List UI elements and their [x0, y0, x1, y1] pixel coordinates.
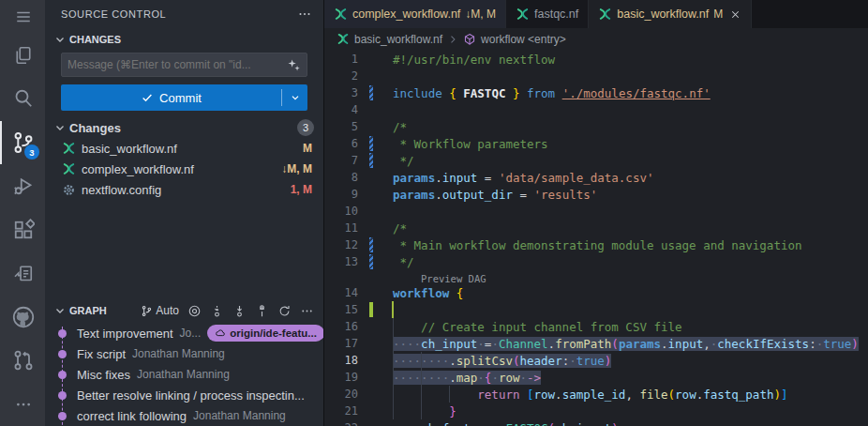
code-line-5[interactable]: 5/*	[324, 118, 868, 135]
code-line-16[interactable]: 16 // Create input channel from CSV file	[324, 318, 868, 335]
fetch-icon[interactable]	[210, 304, 224, 318]
nextflow-icon	[62, 142, 76, 156]
vscode-window: 3 SOURCE CONTROL	[0, 0, 868, 426]
commit-message: Better resolve linking / process inspect…	[77, 388, 305, 403]
breadcrumb-symbol[interactable]: workflow <entry>	[481, 33, 566, 46]
code-line-22[interactable]: 22 ch_fastqc = FASTQC(ch_input)	[324, 419, 868, 426]
commit-message: Fix script	[77, 347, 126, 361]
commit-row[interactable]: Better resolve linking / process inspect…	[45, 385, 323, 405]
code-line-13[interactable]: 13 */	[324, 253, 868, 270]
gutter	[367, 318, 375, 335]
line-content: * Main workflow demonstrating module usa…	[393, 238, 802, 252]
line-number: 8	[324, 171, 358, 184]
more-actions-icon[interactable]	[0, 382, 45, 425]
code-line-12[interactable]: 12 * Main workflow demonstrating module …	[324, 236, 868, 253]
sidebar-more-actions-icon[interactable]	[297, 7, 312, 22]
tab-basic_workflow.nf[interactable]: basic_workflow.nfM	[589, 0, 752, 28]
commit-message-input[interactable]	[67, 58, 287, 71]
sidebar-header: SOURCE CONTROL	[45, 0, 323, 28]
code-editor[interactable]: 1#!/usr/bin/env nextflow23include { FAST…	[324, 51, 868, 426]
branch-badge: origin/ide-featu...	[207, 325, 323, 342]
code-line-20[interactable]: 20 return [row.sample_id, file(row.fastq…	[324, 386, 868, 403]
changes-section-label: CHANGES	[69, 34, 121, 45]
code-line-8[interactable]: 8params.input = 'data/sample_data.csv'	[324, 169, 868, 186]
activity-bar: 3	[0, 0, 45, 426]
code-line-14[interactable]: 14workflow {	[324, 284, 868, 301]
code-line-7[interactable]: 7 */	[324, 152, 868, 169]
code-line-15[interactable]: 15	[324, 301, 868, 318]
code-line-19[interactable]: 19········.map·{·row·->	[324, 369, 868, 386]
commit-dropdown-icon[interactable]	[282, 84, 307, 111]
graph-toolbar: Auto	[141, 304, 314, 318]
selection: ····ch_input·=·Channel.fromPath(params.i…	[393, 337, 859, 351]
selection: ········.map·{·row·->	[393, 371, 541, 385]
explorer-icon[interactable]	[0, 34, 45, 77]
gutter-mod-mark	[367, 236, 375, 253]
changes-count-badge: 3	[297, 119, 314, 136]
code-line-6[interactable]: 6 * Workflow parameters	[324, 135, 868, 152]
gutter	[367, 284, 375, 301]
line-number: 11	[324, 221, 358, 235]
code-line-1[interactable]: 1#!/usr/bin/env nextflow	[324, 51, 868, 68]
code-line-10[interactable]: 10	[324, 203, 868, 220]
code-line-4[interactable]: 4	[324, 101, 868, 118]
graph-more-actions-icon[interactable]	[300, 304, 314, 318]
file-row-basic_workflow.nf[interactable]: basic_workflow.nfM	[45, 138, 323, 159]
line-number: 22	[324, 421, 358, 426]
refresh-icon[interactable]	[277, 304, 292, 318]
line-content: params.output_dir = 'results'	[393, 188, 597, 202]
code-line-3[interactable]: 3include { FASTQC } from './modules/fast…	[324, 84, 868, 101]
line-number: 4	[324, 103, 358, 116]
menu-icon[interactable]	[0, 0, 45, 34]
preview-icon[interactable]	[0, 251, 45, 295]
changes-tree-header[interactable]: Changes 3	[45, 117, 323, 138]
pull-icon[interactable]	[232, 304, 247, 318]
gutter	[367, 51, 375, 68]
scroll-to-current-icon[interactable]	[187, 304, 202, 318]
push-icon[interactable]	[255, 304, 269, 318]
tab-complex_workflow.nf[interactable]: complex_workflow.nf↓M, M	[324, 0, 506, 28]
search-icon[interactable]	[0, 77, 45, 120]
file-row-complex_workflow.nf[interactable]: complex_workflow.nf↓M, M	[45, 159, 323, 179]
github-icon[interactable]	[0, 296, 45, 339]
line-content: return [row.sample_id, file(row.fastq_pa…	[393, 388, 788, 402]
commit-button[interactable]: Commit	[61, 84, 307, 111]
commit-message: Text improvement	[77, 327, 173, 341]
git-pull-request-icon[interactable]	[0, 339, 45, 382]
line-number: 14	[324, 286, 358, 299]
commit-row[interactable]: correct link followingJonathan Manning	[45, 405, 323, 426]
graph-section-header[interactable]: GRAPH Auto	[45, 300, 323, 321]
sparkle-icon[interactable]	[287, 58, 301, 72]
code-line-18[interactable]: 18········.splitCsv(header:·true)	[324, 352, 868, 369]
line-content: */	[393, 255, 414, 269]
commit-graph-list: Text improvementJo...origin/ide-featu...…	[45, 321, 323, 426]
line-content: }	[393, 404, 456, 418]
source-control-icon[interactable]: 3	[0, 121, 45, 164]
commit-button-main[interactable]: Commit	[61, 84, 281, 111]
code-line-2[interactable]: 2	[324, 68, 868, 84]
run-debug-icon[interactable]	[0, 164, 45, 207]
code-line-9[interactable]: 9params.output_dir = 'results'	[324, 186, 868, 203]
sidebar-title: SOURCE CONTROL	[61, 8, 297, 20]
graph-auto-label: Auto	[156, 304, 179, 317]
line-number: 12	[324, 238, 358, 251]
commit-row[interactable]: Misc fixesJonathan Manning	[45, 364, 323, 385]
line-number: 9	[324, 188, 358, 201]
graph-repo-picker[interactable]: Auto	[141, 304, 179, 317]
close-icon[interactable]	[729, 8, 741, 21]
commit-row[interactable]: Text improvementJo...origin/ide-featu...	[45, 323, 323, 343]
extensions-icon[interactable]	[0, 208, 45, 251]
file-row-nextflow.config[interactable]: nextflow.config1, M	[45, 179, 323, 200]
commit-row[interactable]: Fix scriptJonathan Manning	[45, 343, 323, 364]
code-line-11[interactable]: 11/*	[324, 220, 868, 236]
commit-button-label: Commit	[159, 91, 202, 105]
line-content: ········.splitCsv(header:·true)	[393, 354, 611, 368]
codelens[interactable]: Preview DAG	[324, 270, 868, 284]
gutter	[367, 203, 375, 220]
code-line-21[interactable]: 21 }	[324, 403, 868, 419]
breadcrumb-file[interactable]: basic_workflow.nf	[354, 33, 442, 46]
nextflow-file-icon	[337, 33, 350, 46]
tab-fastqc.nf[interactable]: fastqc.nf	[506, 0, 589, 28]
changes-section-header[interactable]: CHANGES	[45, 28, 323, 51]
code-line-17[interactable]: 17····ch_input·=·Channel.fromPath(params…	[324, 335, 868, 352]
